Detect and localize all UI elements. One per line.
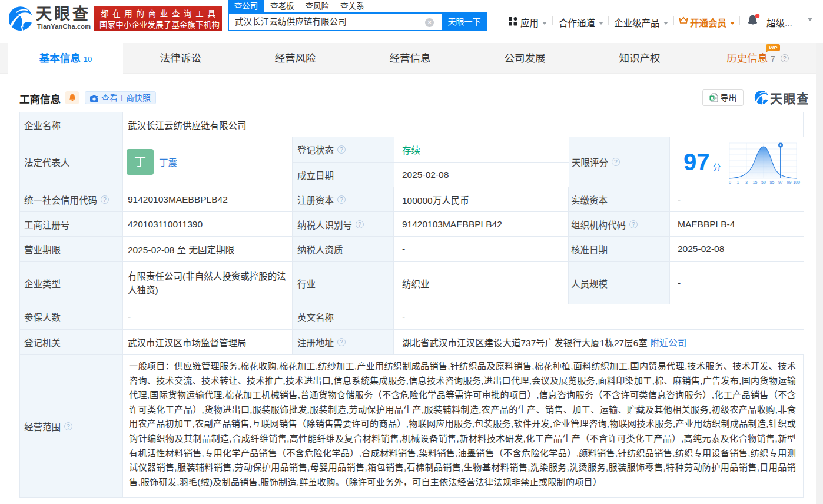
- svg-text:3: 3: [745, 180, 748, 184]
- svg-text:99: 99: [787, 180, 792, 184]
- svg-text:15: 15: [753, 180, 758, 184]
- svg-text:0: 0: [729, 180, 731, 184]
- svg-text:100: 100: [793, 180, 800, 184]
- svg-text:85: 85: [770, 180, 775, 184]
- svg-text:50: 50: [761, 180, 766, 184]
- svg-text:1: 1: [737, 180, 739, 184]
- svg-text:97: 97: [778, 180, 783, 184]
- svg-text:天眼查: 天眼查: [770, 92, 808, 105]
